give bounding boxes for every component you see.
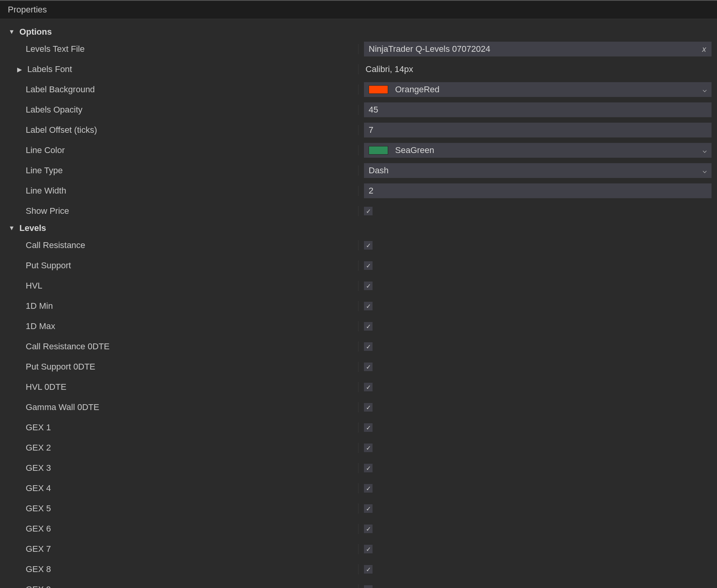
label-text: GEX 4 (26, 483, 51, 493)
label-text: HVL 0DTE (26, 382, 66, 392)
label-background-select[interactable]: OrangeRed ⌵ (364, 82, 712, 97)
level-checkbox[interactable]: ✓ (364, 363, 373, 371)
level-checkbox[interactable]: ✓ (364, 504, 373, 513)
labels-font-value: Calibri, 14px (364, 64, 413, 74)
level-row: Gamma Wall 0DTE✓ (0, 398, 717, 416)
level-checkbox[interactable]: ✓ (364, 545, 373, 553)
line-color-select[interactable]: SeaGreen ⌵ (364, 143, 712, 158)
label-text: HVL (26, 281, 42, 291)
level-value: ✓ (358, 504, 717, 513)
label-offset-input[interactable]: 7 (364, 123, 712, 137)
level-label: GEX 6 (0, 524, 358, 534)
row-label-offset: Label Offset (ticks) 7 (0, 121, 717, 139)
label-levels-text-file: Levels Text File (0, 44, 358, 54)
label-labels-font[interactable]: ▶ Labels Font (0, 64, 358, 74)
level-checkbox[interactable]: ✓ (364, 403, 373, 412)
show-price-checkbox[interactable]: ✓ (364, 207, 373, 215)
value-label-offset: 7 (358, 123, 717, 137)
label-text: Line Width (26, 186, 66, 196)
level-checkbox[interactable]: ✓ (364, 565, 373, 574)
level-value: ✓ (358, 585, 717, 588)
clear-icon[interactable]: x (702, 45, 706, 54)
level-checkbox[interactable]: ✓ (364, 241, 373, 250)
level-value: ✓ (358, 545, 717, 553)
level-checkbox[interactable]: ✓ (364, 383, 373, 391)
value-line-width: 2 (358, 183, 717, 198)
levels-text-file-input[interactable]: NinjaTrader Q-Levels 07072024 x (364, 42, 712, 56)
level-checkbox[interactable]: ✓ (364, 322, 373, 331)
level-value: ✓ (358, 282, 717, 290)
chevron-down-icon: ▼ (9, 225, 15, 232)
value-labels-font: Calibri, 14px (358, 64, 717, 74)
level-row: GEX 1✓ (0, 419, 717, 437)
level-label: GEX 4 (0, 483, 358, 493)
level-value: ✓ (358, 525, 717, 533)
row-line-width: Line Width 2 (0, 182, 717, 200)
select-value: Dash (369, 165, 389, 176)
level-checkbox[interactable]: ✓ (364, 342, 373, 351)
level-value: ✓ (358, 363, 717, 371)
labels-opacity-input[interactable]: 45 (364, 102, 712, 117)
level-value: ✓ (358, 322, 717, 331)
level-row: GEX 8✓ (0, 560, 717, 578)
level-checkbox[interactable]: ✓ (364, 464, 373, 472)
level-row: Put Support✓ (0, 257, 717, 275)
level-checkbox[interactable]: ✓ (364, 282, 373, 290)
row-levels-text-file: Levels Text File NinjaTrader Q-Levels 07… (0, 40, 717, 58)
level-row: GEX 7✓ (0, 540, 717, 558)
level-value: ✓ (358, 383, 717, 391)
value-label-background: OrangeRed ⌵ (358, 82, 717, 97)
label-text: GEX 8 (26, 564, 51, 574)
level-label: GEX 8 (0, 564, 358, 574)
section-header-levels[interactable]: ▼ Levels (0, 220, 717, 236)
level-checkbox[interactable]: ✓ (364, 484, 373, 493)
color-swatch-orangered (369, 85, 388, 94)
level-label: Call Resistance 0DTE (0, 342, 358, 352)
chevron-down-icon: ⌵ (703, 166, 707, 175)
level-label: Put Support 0DTE (0, 362, 358, 372)
panel-title: Properties (0, 1, 717, 19)
level-label: GEX 2 (0, 443, 358, 453)
level-label: GEX 9 (0, 584, 358, 588)
level-label: Put Support (0, 261, 358, 271)
input-value: 45 (369, 105, 378, 115)
level-checkbox[interactable]: ✓ (364, 444, 373, 452)
label-text: Line Type (26, 165, 63, 176)
label-show-price: Show Price (0, 206, 358, 216)
label-text: Show Price (26, 206, 69, 216)
level-label: GEX 5 (0, 503, 358, 514)
level-value: ✓ (358, 302, 717, 310)
section-title-options: Options (19, 27, 52, 37)
label-text: GEX 9 (26, 584, 51, 588)
level-row: 1D Max✓ (0, 317, 717, 335)
select-value: OrangeRed (395, 85, 440, 95)
level-row: GEX 6✓ (0, 520, 717, 538)
label-line-color: Line Color (0, 145, 358, 155)
label-text: Label Background (26, 85, 95, 95)
row-labels-font: ▶ Labels Font Calibri, 14px (0, 60, 717, 78)
row-label-background: Label Background OrangeRed ⌵ (0, 81, 717, 99)
level-checkbox[interactable]: ✓ (364, 261, 373, 270)
level-label: 1D Max (0, 321, 358, 331)
input-value: NinjaTrader Q-Levels 07072024 (369, 44, 490, 54)
input-value: 7 (369, 125, 373, 135)
label-text: Label Offset (ticks) (26, 125, 97, 135)
level-checkbox[interactable]: ✓ (364, 302, 373, 310)
label-line-width: Line Width (0, 186, 358, 196)
label-labels-opacity: Labels Opacity (0, 105, 358, 115)
label-text: Call Resistance 0DTE (26, 342, 109, 352)
level-checkbox[interactable]: ✓ (364, 585, 373, 588)
section-header-options[interactable]: ▼ Options (0, 24, 717, 40)
level-value: ✓ (358, 342, 717, 351)
level-value: ✓ (358, 464, 717, 472)
label-text: GEX 3 (26, 463, 51, 473)
label-text: GEX 5 (26, 503, 51, 514)
level-label: GEX 1 (0, 423, 358, 433)
level-row: GEX 3✓ (0, 459, 717, 477)
line-width-input[interactable]: 2 (364, 183, 712, 198)
level-checkbox[interactable]: ✓ (364, 525, 373, 533)
level-label: Call Resistance (0, 240, 358, 250)
level-checkbox[interactable]: ✓ (364, 423, 373, 432)
line-type-select[interactable]: Dash ⌵ (364, 163, 712, 178)
level-row: GEX 4✓ (0, 479, 717, 497)
